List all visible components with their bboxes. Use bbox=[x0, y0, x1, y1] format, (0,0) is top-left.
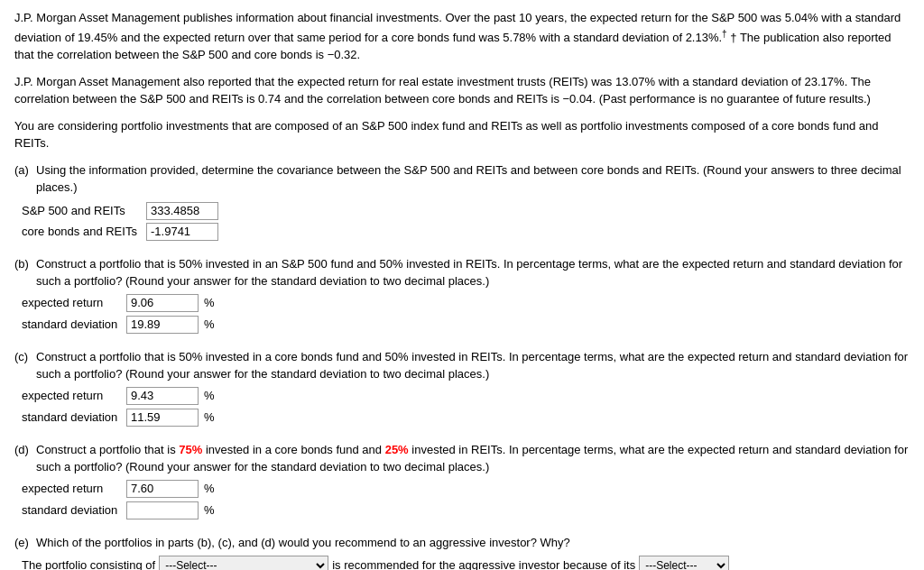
part-e-question: Which of the portfolios in parts (b), (c… bbox=[36, 534, 910, 552]
part-d-expected-return-unit: % bbox=[204, 480, 215, 498]
part-b-expected-return-unit: % bbox=[204, 294, 215, 312]
part-d-expected-return-label: expected return bbox=[22, 480, 121, 498]
part-c-expected-return-input[interactable] bbox=[126, 387, 199, 405]
part-a-row2: core bonds and REITs bbox=[22, 223, 910, 241]
part-e-line1-select1[interactable]: ---Select--- portfolio (b) portfolio (c)… bbox=[159, 556, 328, 570]
part-b-expected-return-input[interactable] bbox=[126, 294, 199, 312]
part-e-line1-select2[interactable]: ---Select--- highest lowest bbox=[639, 556, 729, 570]
part-d-std-dev-row: standard deviation % bbox=[22, 501, 910, 519]
part-a-row1-input[interactable] bbox=[146, 202, 218, 220]
part-a-table: S&P 500 and REITs core bonds and REITs bbox=[22, 202, 910, 241]
part-a-section: (a) Using the information provided, dete… bbox=[14, 161, 910, 241]
part-e-line1: The portfolio consisting of ---Select---… bbox=[22, 554, 910, 570]
part-a-question: Using the information provided, determin… bbox=[36, 161, 910, 197]
part-d-expected-return-input[interactable] bbox=[126, 480, 199, 498]
intro-paragraph-2: J.P. Morgan Asset Management also report… bbox=[14, 73, 910, 108]
part-a-prefix: (a) bbox=[14, 161, 32, 179]
part-e-line1-before: The portfolio consisting of bbox=[22, 554, 155, 570]
part-d-std-dev-unit: % bbox=[204, 501, 215, 519]
part-a-label: (a) Using the information provided, dete… bbox=[14, 161, 910, 197]
part-c-question: Construct a portfolio that is 50% invest… bbox=[36, 348, 910, 383]
part-b-std-dev-unit: % bbox=[204, 316, 215, 334]
part-e-label: (e) Which of the portfolios in parts (b)… bbox=[14, 534, 910, 552]
part-c-std-dev-unit: % bbox=[204, 409, 215, 427]
part-b-expected-return-label: expected return bbox=[22, 294, 121, 312]
part-c-std-dev-label: standard deviation bbox=[22, 409, 121, 427]
part-c-prefix: (c) bbox=[14, 348, 32, 366]
part-b-std-dev-row: standard deviation % bbox=[22, 316, 910, 334]
part-d-question: Construct a portfolio that is 75% invest… bbox=[36, 441, 910, 476]
part-d-expected-return-row: expected return % bbox=[22, 480, 910, 498]
part-d-section: (d) Construct a portfolio that is 75% in… bbox=[14, 441, 910, 519]
part-d-highlight1: 75% bbox=[179, 443, 202, 456]
part-c-std-dev-input[interactable] bbox=[126, 409, 199, 427]
part-d-std-dev-label: standard deviation bbox=[22, 501, 121, 519]
intro-paragraph-3: You are considering portfolio investment… bbox=[14, 117, 910, 152]
part-c-section: (c) Construct a portfolio that is 50% in… bbox=[14, 348, 910, 427]
part-c-std-dev-row: standard deviation % bbox=[22, 409, 910, 427]
part-d-prefix: (d) bbox=[14, 441, 32, 459]
part-d-label: (d) Construct a portfolio that is 75% in… bbox=[14, 441, 910, 476]
part-e-line1-after: is recommended for the aggressive invest… bbox=[332, 554, 635, 570]
part-b-label: (b) Construct a portfolio that is 50% in… bbox=[14, 255, 910, 290]
part-e-section: (e) Which of the portfolios in parts (b)… bbox=[14, 534, 910, 570]
part-a-row2-label: core bonds and REITs bbox=[22, 223, 139, 241]
part-b-expected-return-row: expected return % bbox=[22, 294, 910, 312]
part-c-expected-return-row: expected return % bbox=[22, 387, 910, 405]
part-b-prefix: (b) bbox=[14, 255, 32, 273]
part-a-row1-label: S&P 500 and REITs bbox=[22, 202, 139, 220]
part-a-row1: S&P 500 and REITs bbox=[22, 202, 910, 220]
part-d-std-dev-input[interactable] bbox=[126, 501, 199, 519]
part-c-expected-return-unit: % bbox=[204, 387, 215, 405]
part-c-label: (c) Construct a portfolio that is 50% in… bbox=[14, 348, 910, 383]
part-c-expected-return-label: expected return bbox=[22, 387, 121, 405]
part-b-std-dev-input[interactable] bbox=[126, 316, 199, 334]
part-b-question: Construct a portfolio that is 50% invest… bbox=[36, 255, 910, 290]
part-e-prefix: (e) bbox=[14, 534, 32, 552]
part-b-std-dev-label: standard deviation bbox=[22, 316, 121, 334]
part-d-highlight2: 25% bbox=[385, 443, 409, 456]
intro-paragraph-1: J.P. Morgan Asset Management publishes i… bbox=[14, 9, 910, 64]
part-b-section: (b) Construct a portfolio that is 50% in… bbox=[14, 255, 910, 334]
part-a-row2-input[interactable] bbox=[146, 223, 218, 241]
